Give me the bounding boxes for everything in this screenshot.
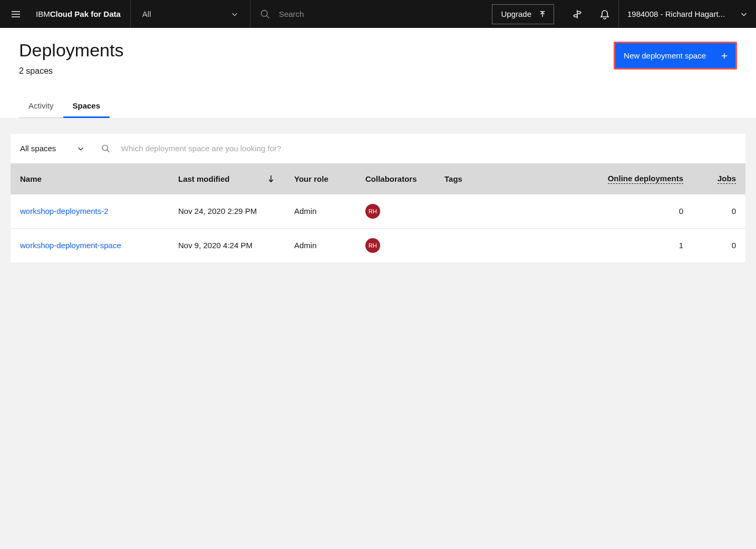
- cell-online: 0: [488, 194, 693, 229]
- upgrade-icon: [539, 11, 546, 18]
- search-icon: [260, 8, 270, 20]
- search-input[interactable]: [279, 9, 473, 18]
- hamburger-icon: [11, 9, 21, 19]
- directions-button[interactable]: [564, 0, 591, 28]
- plus-icon: [721, 52, 728, 60]
- col-online-deployments[interactable]: Online deployments: [488, 163, 693, 194]
- new-deployment-space-button[interactable]: New deployment space: [614, 42, 737, 70]
- spaces-table: Name Last modified Your role Collaborato…: [11, 163, 745, 262]
- avatar[interactable]: RH: [365, 204, 380, 219]
- upgrade-label: Upgrade: [501, 9, 531, 18]
- spaces-filter-dropdown[interactable]: All spaces: [18, 144, 86, 153]
- signpost-icon: [572, 9, 583, 19]
- table-row: workshop-deployment-space Nov 9, 2020 4:…: [11, 228, 745, 262]
- cell-online: 1: [488, 228, 693, 262]
- tab-spaces[interactable]: Spaces: [63, 95, 110, 118]
- col-last-modified-label: Last modified: [178, 174, 230, 183]
- cell-tags: [435, 228, 488, 262]
- user-label: 1984008 - Richard Hagart...: [627, 9, 725, 18]
- chevron-down-icon: [231, 11, 238, 18]
- cell-last-modified: Nov 9, 2020 4:24 PM: [169, 228, 285, 262]
- table-row: workshop-deployments-2 Nov 24, 2020 2:29…: [11, 194, 745, 229]
- col-tags[interactable]: Tags: [435, 163, 488, 194]
- space-link[interactable]: workshop-deployments-2: [20, 207, 109, 215]
- svg-point-0: [261, 10, 267, 16]
- filter-label: All spaces: [20, 144, 56, 153]
- search-icon: [101, 144, 110, 153]
- space-link[interactable]: workshop-deployment-space: [20, 241, 121, 250]
- new-button-label: New deployment space: [624, 51, 706, 60]
- spaces-toolbar: All spaces: [11, 134, 745, 163]
- upgrade-button[interactable]: Upgrade: [492, 4, 554, 24]
- col-last-modified[interactable]: Last modified: [169, 163, 285, 194]
- topbar: IBM Cloud Pak for Data All Upgrade 19840…: [0, 0, 756, 28]
- user-menu[interactable]: 1984008 - Richard Hagart...: [619, 0, 756, 28]
- cell-role: Admin: [285, 194, 356, 229]
- cell-jobs: 0: [693, 194, 745, 229]
- chevron-down-icon: [740, 11, 748, 18]
- global-search[interactable]: [250, 0, 483, 28]
- page-subtitle: 2 spaces: [19, 66, 123, 76]
- tabs: Activity Spaces: [19, 95, 737, 118]
- cell-jobs: 0: [693, 228, 745, 262]
- brand: IBM Cloud Pak for Data: [32, 0, 130, 28]
- scope-label: All: [142, 9, 151, 18]
- page-header: Deployments 2 spaces New deployment spac…: [0, 28, 756, 118]
- notifications-button[interactable]: [591, 0, 618, 28]
- chevron-down-icon: [77, 145, 84, 152]
- menu-button[interactable]: [0, 0, 32, 28]
- page-title: Deployments: [19, 40, 123, 61]
- brand-thin: IBM: [36, 9, 50, 18]
- spaces-search-input[interactable]: [121, 144, 738, 153]
- col-name[interactable]: Name: [11, 163, 169, 194]
- cell-role: Admin: [285, 228, 356, 262]
- tab-activity[interactable]: Activity: [19, 95, 63, 118]
- cell-last-modified: Nov 24, 2020 2:29 PM: [169, 194, 285, 229]
- cell-tags: [435, 194, 488, 229]
- brand-bold: Cloud Pak for Data: [50, 9, 121, 18]
- svg-point-1: [103, 145, 108, 150]
- sort-arrow-down-icon: [267, 174, 275, 183]
- col-role[interactable]: Your role: [285, 163, 356, 194]
- bell-icon: [599, 9, 610, 19]
- col-jobs[interactable]: Jobs: [693, 163, 745, 194]
- col-collaborators[interactable]: Collaborators: [356, 163, 435, 194]
- content: All spaces Name Last modified Your role: [0, 118, 756, 262]
- avatar[interactable]: RH: [365, 238, 380, 253]
- scope-dropdown[interactable]: All: [131, 0, 250, 28]
